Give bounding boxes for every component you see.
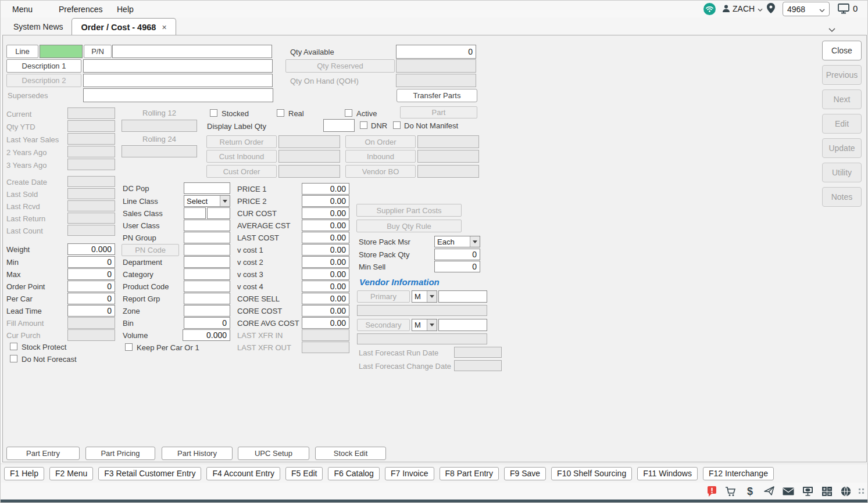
transfer-parts-button[interactable]: Transfer Parts	[397, 89, 477, 102]
vcost2-input[interactable]: 0.00	[302, 256, 349, 268]
real-checkbox[interactable]	[277, 109, 284, 117]
utility-button[interactable]: Utility	[822, 163, 862, 182]
description1-button[interactable]: Description 1	[6, 59, 81, 73]
f8-part-entry-button[interactable]: F8 Part Entry	[440, 467, 499, 480]
menu-item-menu[interactable]: Menu	[12, 5, 33, 14]
display-label-qty-input[interactable]	[323, 119, 355, 132]
user-class-input[interactable]	[184, 220, 230, 231]
core-cost-input[interactable]: 0.00	[302, 305, 349, 317]
zone-input[interactable]	[184, 305, 230, 317]
description1-input[interactable]	[83, 59, 273, 73]
primary-vendor-button[interactable]: Primary	[357, 290, 410, 303]
keep-per-car-checkbox[interactable]	[125, 343, 133, 351]
primary-msr-select[interactable]: M	[412, 290, 437, 303]
line-input[interactable]	[40, 45, 83, 58]
pn-code-button[interactable]: PN Code	[122, 244, 179, 256]
product-code-input[interactable]	[184, 281, 230, 292]
last-cost-input[interactable]: 0.00	[302, 232, 349, 243]
qty-reserved-button[interactable]: Qty Reserved	[285, 59, 395, 73]
pn-input[interactable]	[112, 45, 272, 58]
vcost4-input[interactable]: 0.00	[302, 281, 349, 292]
f7-invoice-button[interactable]: F7 Invoice	[385, 467, 434, 480]
f10-shelf-sourcing-button[interactable]: F10 Shelf Sourcing	[551, 467, 632, 480]
price1-input[interactable]: 0.00	[302, 183, 349, 195]
alert-icon[interactable]	[705, 485, 718, 498]
tab-system-news[interactable]: System News	[13, 22, 63, 31]
next-button[interactable]: Next	[822, 89, 862, 109]
resize-grip[interactable]	[859, 488, 864, 494]
qty-available-input[interactable]: 0	[396, 45, 476, 59]
return-order-button[interactable]: Return Order	[206, 135, 277, 148]
notes-button[interactable]: Notes	[822, 187, 862, 207]
active-checkbox[interactable]	[345, 109, 352, 117]
max-input[interactable]: 0	[67, 268, 115, 280]
update-button[interactable]: Update	[822, 138, 862, 158]
vendor-bo-button[interactable]: Vendor BO	[345, 165, 416, 178]
part-history-button[interactable]: Part History	[162, 447, 233, 460]
previous-button[interactable]: Previous	[822, 65, 862, 85]
remote-workstation-icon[interactable]	[801, 485, 814, 498]
core-sell-input[interactable]: 0.00	[302, 293, 349, 304]
order-point-input[interactable]: 0	[67, 281, 115, 292]
f5-edit-button[interactable]: F5 Edit	[285, 467, 323, 480]
department-input[interactable]	[184, 256, 230, 268]
f9-save-button[interactable]: F9 Save	[504, 467, 546, 480]
dollar-icon[interactable]: $	[744, 485, 756, 498]
location-icon[interactable]	[767, 3, 775, 16]
dc-pop-input[interactable]	[184, 182, 230, 194]
close-button[interactable]: Close	[822, 41, 862, 60]
send-icon[interactable]	[763, 485, 776, 498]
vcost3-input[interactable]: 0.00	[302, 268, 349, 280]
average-cst-input[interactable]: 0.00	[302, 220, 349, 231]
sales-class-input-2[interactable]	[207, 207, 230, 219]
cart-icon[interactable]	[724, 485, 737, 498]
dnr-checkbox[interactable]	[360, 121, 367, 129]
menu-item-help[interactable]: Help	[117, 5, 134, 14]
sales-class-input-1[interactable]	[184, 207, 206, 219]
per-car-input[interactable]: 0	[67, 293, 115, 304]
globe-icon[interactable]	[840, 485, 852, 498]
f6-catalog-button[interactable]: F6 Catalog	[328, 467, 379, 480]
line-button[interactable]: Line	[6, 45, 38, 58]
min-sell-input[interactable]: 0	[434, 261, 480, 272]
pn-group-input[interactable]	[184, 232, 230, 243]
description2-input[interactable]	[83, 74, 273, 87]
f1-help-button[interactable]: F1 Help	[4, 467, 44, 480]
min-input[interactable]: 0	[67, 256, 115, 268]
bin-input[interactable]: 0	[184, 317, 230, 329]
category-input[interactable]	[184, 268, 230, 280]
on-order-button[interactable]: On Order	[345, 135, 416, 148]
f3-retail-customer-entry-button[interactable]: F3 Retail Customer Entry	[98, 467, 201, 480]
price2-input[interactable]: 0.00	[302, 195, 349, 207]
tab-order-cost[interactable]: Order / Cost - 4968 ×	[72, 18, 176, 35]
mail-icon[interactable]	[782, 485, 795, 498]
supplier-part-costs-button[interactable]: Supplier Part Costs	[356, 204, 462, 217]
f2-menu-button[interactable]: F2 Menu	[49, 467, 93, 480]
calculator-icon[interactable]	[820, 485, 833, 498]
store-selector[interactable]: 4968	[783, 2, 830, 16]
f12-interchange-button[interactable]: F12 Interchange	[703, 467, 774, 480]
f11-windows-button[interactable]: F11 Windows	[637, 467, 698, 480]
primary-vendor-input[interactable]	[438, 290, 487, 303]
cur-cost-input[interactable]: 0.00	[302, 207, 349, 219]
f4-account-entry-button[interactable]: F4 Account Entry	[206, 467, 280, 480]
secondary-vendor-input[interactable]	[438, 319, 487, 331]
user-menu[interactable]: ZACH	[733, 4, 763, 13]
volume-input[interactable]: 0.000	[183, 329, 230, 341]
lead-time-input[interactable]: 0	[67, 305, 115, 317]
vcost1-input[interactable]: 0.00	[302, 244, 349, 256]
part-pricing-button[interactable]: Part Pricing	[85, 447, 155, 460]
pn-button[interactable]: P/N	[84, 45, 112, 58]
pn-code-input[interactable]	[184, 244, 230, 256]
stock-protect-checkbox[interactable]	[10, 343, 17, 350]
upc-setup-button[interactable]: UPC Setup	[238, 447, 309, 460]
report-grp-input[interactable]	[184, 293, 230, 304]
cust-inbound-button[interactable]: Cust Inbound	[206, 150, 277, 163]
do-not-forecast-checkbox[interactable]	[10, 355, 17, 362]
buy-qty-rule-button[interactable]: Buy Qty Rule	[356, 220, 462, 232]
edit-button[interactable]: Edit	[822, 114, 862, 134]
secondary-vendor-button[interactable]: Secondary	[357, 319, 410, 331]
store-pack-msr-select[interactable]: Each	[434, 236, 480, 247]
description2-button[interactable]: Description 2	[6, 74, 81, 87]
stock-edit-button[interactable]: Stock Edit	[315, 447, 386, 460]
